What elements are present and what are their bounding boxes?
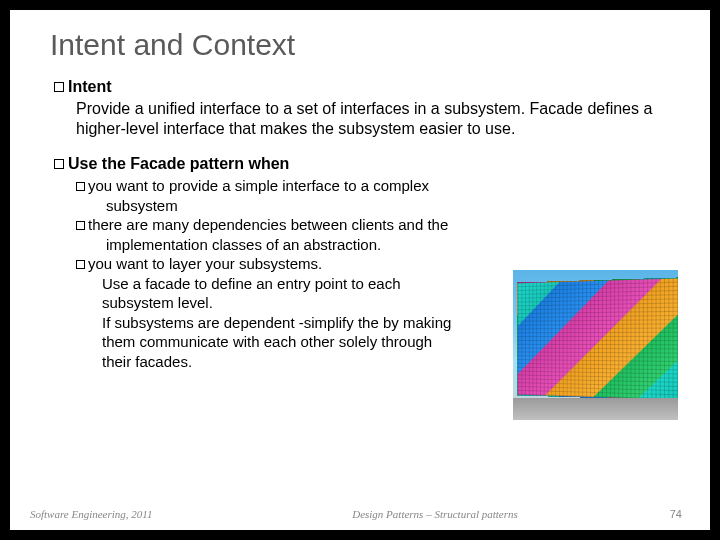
checkbox-icon (76, 182, 85, 191)
list-item-continuation: implementation classes of an abstraction… (106, 235, 670, 255)
footer-left: Software Engineering, 2011 (10, 508, 220, 520)
page-number: 74 (650, 508, 710, 520)
checkbox-icon (76, 221, 85, 230)
checkbox-icon (76, 260, 85, 269)
section-use-head: Use the Facade pattern when (54, 155, 670, 173)
list-item: you want to provide a simple interface t… (76, 176, 670, 196)
facade-building-image (513, 270, 678, 420)
checkbox-icon (54, 159, 64, 169)
list-item: there are many dependencies between clie… (76, 215, 670, 235)
use-label: Use the Facade pattern when (68, 155, 289, 172)
section-intent-head: Intent (54, 78, 670, 96)
slide: Intent and Context Intent Provide a unif… (10, 10, 710, 530)
section-intent-body: Provide a unified interface to a set of … (76, 99, 670, 139)
footer: Software Engineering, 2011 Design Patter… (10, 508, 710, 520)
slide-title: Intent and Context (50, 28, 670, 62)
intent-label: Intent (68, 78, 112, 95)
footer-center: Design Patterns – Structural patterns (220, 508, 650, 520)
list-item-continuation: subsystem (106, 196, 670, 216)
checkbox-icon (54, 82, 64, 92)
